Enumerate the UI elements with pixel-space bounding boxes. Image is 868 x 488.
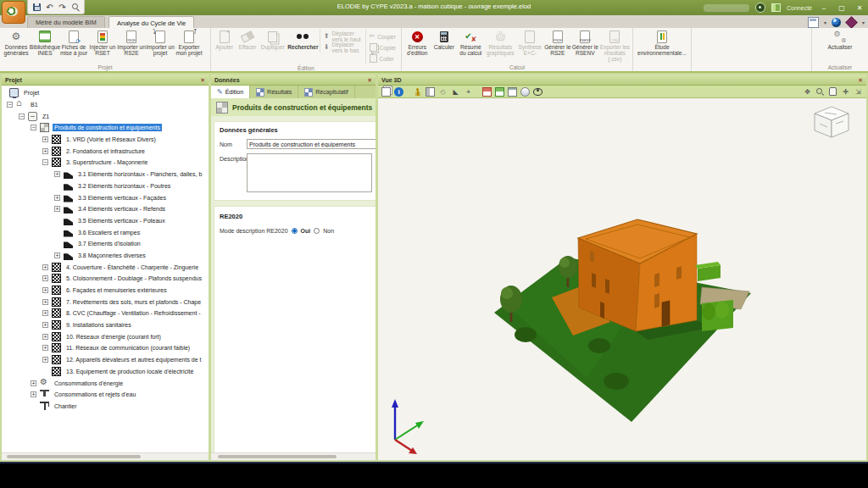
tree-item[interactable]: 7. Revêtements des sols, murs et plafond…	[2, 296, 209, 308]
expand-icon[interactable]	[42, 322, 48, 328]
tree-item[interactable]: 12. Appareils élévateurs et autres équip…	[2, 354, 209, 366]
red-plane-icon[interactable]	[482, 87, 492, 97]
tab-analyse-cycle-vie[interactable]: Analyse du Cycle de Vie	[108, 16, 194, 29]
exporter-csv-button[interactable]: CSV Exporter les résultats (.csv)	[599, 29, 631, 63]
resume-calcul-button[interactable]: Résumé du calcul	[457, 29, 485, 56]
close-icon[interactable]: ✕	[858, 77, 863, 83]
importer-projet-button[interactable]: ⤵ Importer un projet	[146, 29, 175, 56]
tree-item[interactable]: 3.5 Eléments verticaux - Poteaux	[2, 215, 209, 227]
undo-icon[interactable]: ↶	[45, 3, 54, 12]
expand-icon[interactable]	[54, 252, 60, 258]
person-icon[interactable]	[413, 87, 422, 97]
ajouter-button[interactable]: + Ajouter	[213, 29, 236, 50]
expand-icon[interactable]	[42, 148, 48, 154]
axes-icon[interactable]: +	[464, 87, 473, 97]
couper-button[interactable]: ✂ Couper	[366, 31, 399, 42]
sphere-icon[interactable]	[520, 87, 530, 97]
calculer-button[interactable]: Calculer	[431, 29, 458, 50]
donnees-generales-button[interactable]: ⚙ Données générales	[2, 29, 31, 56]
expand-icon[interactable]	[54, 195, 60, 201]
tree-item[interactable]: 4. Couverture - Étanchéité - Charpente -…	[2, 261, 209, 273]
horizontal-scrollbar[interactable]	[211, 452, 376, 460]
expand-icon[interactable]	[42, 334, 48, 340]
collapse-icon[interactable]	[31, 125, 36, 130]
expand-icon[interactable]	[31, 380, 36, 386]
tree-item[interactable]: 3.2 Eléments horizontaux - Poutres	[2, 180, 209, 192]
view-cube[interactable]	[815, 107, 849, 137]
minimize-button[interactable]: –	[818, 4, 830, 12]
expand-icon[interactable]	[42, 264, 48, 270]
tree-item[interactable]: 2. Fondations et infrastructure	[2, 145, 209, 157]
tree-item[interactable]: 3.7 Eléments d'isolation	[2, 238, 209, 250]
tab-resultats[interactable]: Résultats	[250, 86, 298, 98]
fiches-mise-a-jour-button[interactable]: ⟳ Fiches de mise à jour	[59, 29, 88, 56]
deplacer-bas-button[interactable]: ⬇ Déplacer vers le bas	[320, 42, 365, 53]
expand-icon[interactable]	[42, 275, 48, 281]
tree-item[interactable]: 6. Façades et menuiseries extérieures	[2, 285, 209, 297]
expand-icon[interactable]	[42, 287, 48, 293]
tree-item[interactable]: 11. Réseaux de communication (courant fa…	[2, 342, 209, 354]
expand-icon[interactable]	[54, 206, 60, 212]
rechercher-button[interactable]: Rechercher	[287, 29, 320, 50]
deplacer-haut-button[interactable]: ⬆ Déplacer vers le haut	[320, 31, 365, 42]
dupliquer-button[interactable]: Dupliquer	[259, 29, 287, 50]
orientation-icon[interactable]: ◣	[451, 87, 460, 97]
zoom-icon[interactable]	[815, 87, 825, 97]
expand-icon[interactable]	[42, 310, 48, 316]
green-plane-icon[interactable]	[495, 87, 504, 97]
scrollbar-thumb[interactable]	[218, 455, 337, 458]
tree-item[interactable]: 3.6 Escaliers et rampes	[2, 226, 209, 238]
tab-edition[interactable]: Édition	[211, 86, 250, 98]
section-plane-icon[interactable]	[426, 87, 435, 97]
expand-icon[interactable]	[42, 136, 48, 142]
tab-recapitulatif[interactable]: Récapitulatif	[298, 86, 355, 98]
tree-item-consommations-energie[interactable]: Consommations d'énergie	[2, 377, 209, 389]
copier-button[interactable]: Copier	[366, 42, 399, 53]
tree-item-b1[interactable]: B1	[2, 99, 209, 111]
tree-item[interactable]: 3.8 Maçonneries diverses	[2, 250, 209, 262]
tree-item-z1[interactable]: Z1	[2, 110, 209, 122]
scrollbar-thumb[interactable]	[7, 455, 141, 458]
info-icon[interactable]: i	[394, 87, 403, 97]
save-icon[interactable]	[32, 3, 42, 12]
tree-item[interactable]: 8. CVC (Chauffage - Ventilation - Refroi…	[2, 308, 209, 319]
search-icon[interactable]	[70, 3, 80, 12]
radio-non[interactable]	[314, 228, 320, 234]
collapse-icon[interactable]	[7, 102, 13, 108]
etude-environnementale-button[interactable]: Étude environnementale...	[636, 29, 688, 56]
sheets-icon[interactable]	[381, 87, 391, 97]
erreurs-edition-button[interactable]: ✕ Erreurs d'édition	[403, 29, 431, 56]
styles-icon[interactable]	[845, 16, 858, 29]
collapse-icon[interactable]	[42, 159, 48, 165]
tree-item[interactable]: 3.3 Eléments verticaux - Façades	[2, 191, 209, 203]
zoom-extents-icon[interactable]: ✥	[803, 87, 812, 97]
account-icon[interactable]	[755, 3, 765, 13]
horizontal-scrollbar[interactable]	[2, 452, 209, 460]
coller-button[interactable]: Coller	[366, 53, 399, 64]
tree-item[interactable]: 9. Installations sanitaires	[2, 319, 209, 331]
exporter-projet-button[interactable]: ⤴ Exporter mon projet	[175, 29, 203, 56]
chevron-down-icon[interactable]: ▾	[862, 19, 865, 25]
tree-item[interactable]: 3. Superstructure - Maçonnerie	[2, 157, 209, 169]
tree-item[interactable]: 3.1 Eléments horizontaux - Planchers, da…	[2, 169, 209, 180]
expand-icon[interactable]	[42, 299, 48, 305]
actualiser-button[interactable]: Actualiser	[815, 29, 865, 50]
expand-icon[interactable]	[42, 357, 48, 363]
tree-item[interactable]: 10. Réseaux d'énergie (courant fort)	[2, 330, 209, 342]
tree-item-chantier[interactable]: Chantier	[2, 401, 209, 413]
tab-metre-modele-bim[interactable]: Métré du modèle BIM	[27, 16, 105, 28]
resultats-graphiques-button[interactable]: Résultats graphiques	[485, 29, 516, 56]
close-icon[interactable]: ✕	[367, 77, 372, 83]
nom-input[interactable]	[247, 139, 376, 149]
close-button[interactable]: ✕	[854, 4, 865, 12]
redo-icon[interactable]: ↷	[58, 3, 67, 12]
globe-icon[interactable]	[832, 18, 841, 27]
pan-hand-icon[interactable]	[828, 87, 837, 97]
injecter-rset-button[interactable]: Injecter un RSET	[88, 29, 117, 56]
expand-icon[interactable]	[42, 345, 48, 351]
expand-icon[interactable]	[54, 171, 60, 177]
close-icon[interactable]: ✕	[200, 77, 205, 83]
tree-item-produits[interactable]: Produits de construction et équipements	[2, 122, 209, 134]
collapse-icon[interactable]	[19, 114, 25, 119]
synthese-epc-button[interactable]: Synthèse E+C-	[516, 29, 544, 56]
